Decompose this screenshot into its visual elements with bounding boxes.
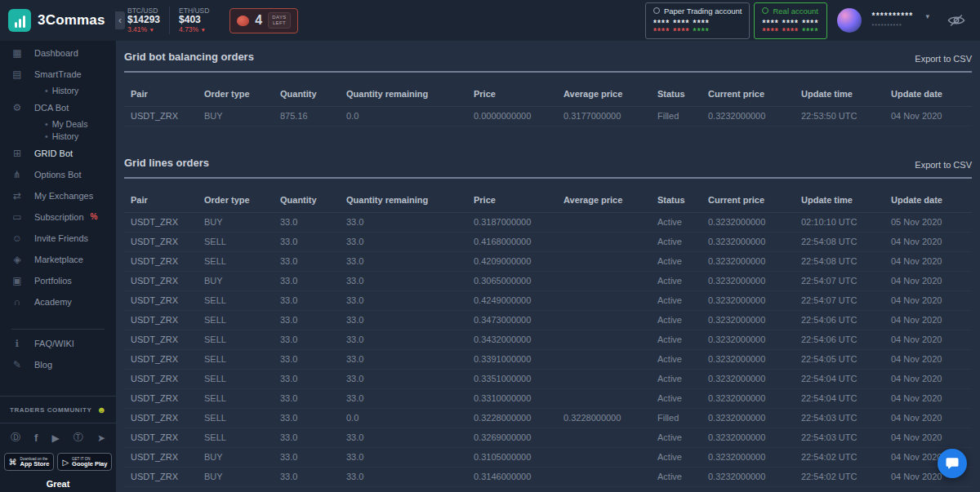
account-name: Paper Trading account <box>664 7 742 16</box>
sidebar-subitem-history[interactable]: •History <box>0 131 116 143</box>
rating-label: Great <box>0 479 116 489</box>
options-bot-icon: ⋔ <box>11 169 23 180</box>
ticker-eth-usd: ETH/USD $403 4.73% ▼ <box>169 7 218 34</box>
sidebar-item-dashboard[interactable]: ▦ Dashboard <box>0 42 116 64</box>
threecommas-logo-icon <box>8 9 31 32</box>
sidebar-item-smarttrade[interactable]: ▤ SmartTrade <box>0 64 116 85</box>
column-header-order-type: Order type <box>198 73 274 107</box>
sidebar-item-portfolios[interactable]: ▣ Portfolios <box>0 270 116 291</box>
top-bar: 3Commas BTC/USD $14293 3.41% ▼ ETH/USD $… <box>0 0 980 41</box>
google-play-badge[interactable]: ▷ GET IT ONGoogle Play <box>57 453 112 471</box>
account-switcher: Paper Trading account **** **** **** ***… <box>645 2 827 39</box>
sidebar-subitem-history[interactable]: •History <box>0 85 116 97</box>
smarttrade-icon: ▤ <box>11 69 23 80</box>
table-row: USDT_ZRXSELL33.033.00.3391000000Active0.… <box>124 350 972 370</box>
table-row: USDT_ZRXSELL33.033.00.3432000000Active0.… <box>124 330 972 350</box>
column-header-quantity: Quantity <box>274 179 340 213</box>
facebook-icon[interactable]: f <box>34 432 38 444</box>
table-row: USDT_ZRXSELL33.00.00.32280000000.3228000… <box>124 409 972 428</box>
table-row: USDT_ZRXBUY33.033.00.3187000000Active0.3… <box>124 213 972 233</box>
avatar[interactable] <box>837 8 862 33</box>
column-header-current-price: Current price <box>702 179 795 213</box>
masked-balance-secondary: **** **** **** <box>653 29 742 34</box>
section-title: Grid bot balancing orders <box>124 51 254 64</box>
user-name-masked: ********** <box>872 13 914 20</box>
user-menu[interactable]: ********** ▾ ********** <box>872 12 929 29</box>
youtube-icon[interactable]: ▶ <box>52 432 60 444</box>
column-header-status: Status <box>651 179 702 213</box>
dashboard-icon: ▦ <box>11 47 23 59</box>
sidebar-subitem-my-deals[interactable]: •My Deals <box>0 118 116 131</box>
export-csv-link[interactable]: Export to CSV <box>915 54 972 64</box>
table-row: USDT_ZRXBUY33.033.00.3065000000Active0.3… <box>124 272 972 291</box>
faq-icon: ℹ <box>11 338 23 349</box>
sidebar-item-my-exchanges[interactable]: ⇄ My Exchanges <box>0 185 116 206</box>
chat-launcher-button[interactable] <box>938 449 967 478</box>
app-store-badge[interactable]: ⌘ Download on theApp Store <box>4 453 55 471</box>
trustpilot-rating: Great ★★★★★ <box>0 479 116 492</box>
table-row: USDT_ZRXSELL33.033.00.3473000000Active0.… <box>124 311 972 330</box>
marketplace-icon: ◈ <box>11 254 23 265</box>
main-content: Grid bot balancing orders Export to CSV … <box>116 41 980 492</box>
apple-icon: ⌘ <box>9 458 17 467</box>
masked-balance-secondary: **** **** **** <box>762 29 818 34</box>
sidebar-collapse-button[interactable]: ‹ <box>115 11 125 29</box>
promo-days-number: 4 <box>255 13 262 28</box>
column-header-average-price: Average price <box>557 73 651 107</box>
telegram-icon[interactable]: ➤ <box>97 432 105 444</box>
account-name: Real account <box>773 7 817 16</box>
column-header-average-price: Average price <box>557 179 651 213</box>
account-status-icon <box>653 7 660 14</box>
sidebar-item-grid-bot[interactable]: ⊞ GRID Bot <box>0 143 116 164</box>
table-row: USDT_ZRXSELL33.033.00.3555000000Active0.… <box>124 487 972 492</box>
table-row: USDT_ZRXBUY875.160.00.00000000000.317700… <box>124 107 972 126</box>
ticker-btc-usd: BTC/USD $14293 3.41% ▼ <box>127 7 169 34</box>
promo-icon <box>237 16 249 26</box>
column-header-current-price: Current price <box>702 73 795 107</box>
google-play-icon: ▷ <box>62 458 69 467</box>
orders-table: PairOrder typeQuantityQuantity remaining… <box>124 179 972 492</box>
sidebar-item-academy[interactable]: ∩ Academy <box>0 291 116 312</box>
sidebar-item-blog[interactable]: ✎ Blog <box>0 354 116 375</box>
community-icon: ☻ <box>96 405 106 414</box>
column-header-status: Status <box>651 73 702 107</box>
orders-section-grid-bot-balancing-orders: Grid bot balancing orders Export to CSV … <box>124 51 972 126</box>
sidebar-item-subscription[interactable]: ▭ Subscription% <box>0 206 116 228</box>
sidebar-item-dca-bot[interactable]: ⚙ DCA Bot <box>0 97 116 118</box>
twitter-icon[interactable]: Ⓣ <box>74 431 83 445</box>
section-title: Grid lines orders <box>124 157 209 170</box>
table-row: USDT_ZRXBUY33.033.00.3146000000Active0.3… <box>124 468 972 487</box>
header-tickers: BTC/USD $14293 3.41% ▼ ETH/USD $403 4.73… <box>127 7 218 34</box>
column-header-price: Price <box>467 179 557 213</box>
discord-icon[interactable]: Ⓓ <box>11 431 20 445</box>
subscription-percent-badge: % <box>91 211 98 223</box>
hide-balances-icon[interactable] <box>947 14 965 27</box>
masked-balance: **** **** **** <box>762 20 818 26</box>
threecommas-logo[interactable]: 3Commas <box>0 0 116 41</box>
column-header-order-type: Order type <box>198 179 274 213</box>
orders-section-grid-lines-orders: Grid lines orders Export to CSV PairOrde… <box>124 157 972 492</box>
masked-balance: **** **** **** <box>653 20 742 26</box>
chevron-down-icon: ▾ <box>925 12 929 20</box>
export-csv-link[interactable]: Export to CSV <box>915 160 972 170</box>
sidebar-item-marketplace[interactable]: ◈ Marketplace <box>0 249 116 270</box>
sidebar: ▦ Dashboard ▤ SmartTrade •History ⚙ DCA … <box>0 41 116 492</box>
logo-text: 3Commas <box>38 12 105 29</box>
down-arrow-icon: ▼ <box>201 27 206 33</box>
traders-community-link[interactable]: TRADERS COMMUNITY ☻ <box>0 396 116 423</box>
sidebar-item-faq-wiki[interactable]: ℹ FAQ/WIKI <box>0 333 116 354</box>
table-row: USDT_ZRXSELL33.033.00.3269000000Active0.… <box>124 428 972 448</box>
real-account-selector[interactable]: Real account **** **** **** **** **** **… <box>754 2 826 39</box>
account-status-icon <box>762 7 768 14</box>
sidebar-divider <box>11 329 105 330</box>
column-header-quantity: Quantity <box>274 73 340 107</box>
social-links: Ⓓf▶Ⓣ➤ <box>11 431 105 445</box>
table-row: USDT_ZRXSELL33.033.00.4209000000Active0.… <box>124 252 972 272</box>
sidebar-footer: TRADERS COMMUNITY ☻ Ⓓf▶Ⓣ➤ ⌘ Download on … <box>0 396 116 492</box>
paper-trading-account-selector[interactable]: Paper Trading account **** **** **** ***… <box>645 2 751 39</box>
column-header-update-date: Update date <box>884 73 972 107</box>
sidebar-item-options-bot[interactable]: ⋔ Options Bot <box>0 164 116 185</box>
promo-countdown-banner[interactable]: 4 DAYSLEFT <box>229 8 297 33</box>
dca-bot-icon: ⚙ <box>11 102 23 113</box>
sidebar-item-invite-friends[interactable]: ☺ Invite Friends <box>0 228 116 249</box>
